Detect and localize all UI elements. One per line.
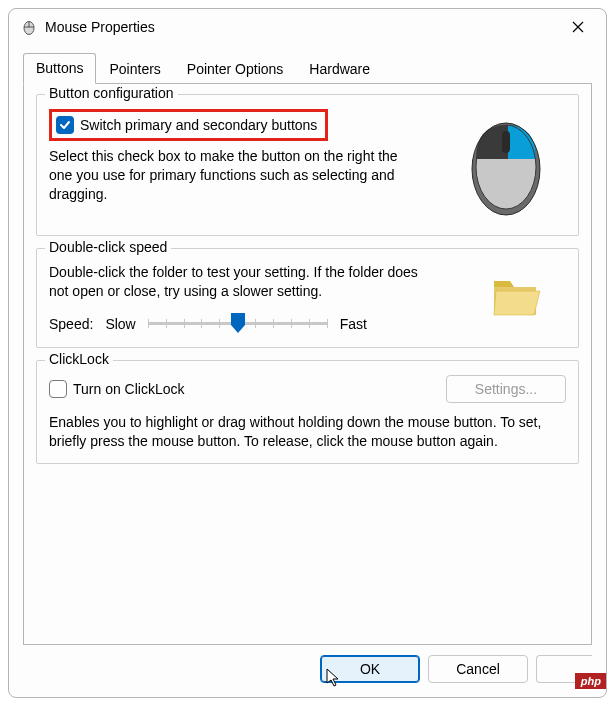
tab-buttons[interactable]: Buttons [23,53,96,84]
close-button[interactable] [558,12,598,42]
switch-buttons-label: Switch primary and secondary buttons [80,117,317,133]
titlebar: Mouse Properties [9,9,606,45]
group-title: ClickLock [45,351,113,367]
dialog-button-row: OK Cancel php [9,655,606,697]
ok-button[interactable]: OK [320,655,420,683]
group-title: Button configuration [45,85,178,101]
double-click-speed-slider[interactable] [148,313,328,335]
tab-panel-buttons: Button configuration Switch primary and … [23,83,592,645]
check-icon [59,119,71,131]
folder-icon[interactable] [488,273,544,325]
window-title: Mouse Properties [45,19,155,35]
double-click-description: Double-click the folder to test your set… [49,263,429,301]
button-configuration-group: Button configuration Switch primary and … [36,94,579,236]
clicklock-description: Enables you to highlight or drag without… [49,413,566,451]
highlight-box: Switch primary and secondary buttons [49,109,328,141]
slow-label: Slow [105,316,135,332]
tab-pointer-options[interactable]: Pointer Options [174,53,297,83]
slider-thumb-icon [229,311,247,335]
speed-label: Speed: [49,316,93,332]
mouse-properties-window: Mouse Properties Buttons Pointers Pointe… [8,8,607,698]
watermark-badge: php [575,673,607,689]
tab-hardware[interactable]: Hardware [296,53,383,83]
mouse-illustration-icon [461,109,551,223]
clicklock-group: ClickLock Turn on ClickLock Settings... … [36,360,579,464]
clicklock-settings-button: Settings... [446,375,566,403]
clicklock-label: Turn on ClickLock [73,381,185,397]
button-config-description: Select this check box to make the button… [49,147,409,204]
switch-buttons-checkbox[interactable] [56,116,74,134]
fast-label: Fast [340,316,367,332]
svg-rect-3 [502,131,510,153]
double-click-speed-group: Double-click speed Double-click the fold… [36,248,579,348]
cancel-button[interactable]: Cancel [428,655,528,683]
group-title: Double-click speed [45,239,171,255]
mouse-icon [19,19,39,35]
tab-pointers[interactable]: Pointers [96,53,173,83]
clicklock-checkbox[interactable] [49,380,67,398]
close-icon [572,21,584,33]
tab-bar: Buttons Pointers Pointer Options Hardwar… [23,53,594,83]
